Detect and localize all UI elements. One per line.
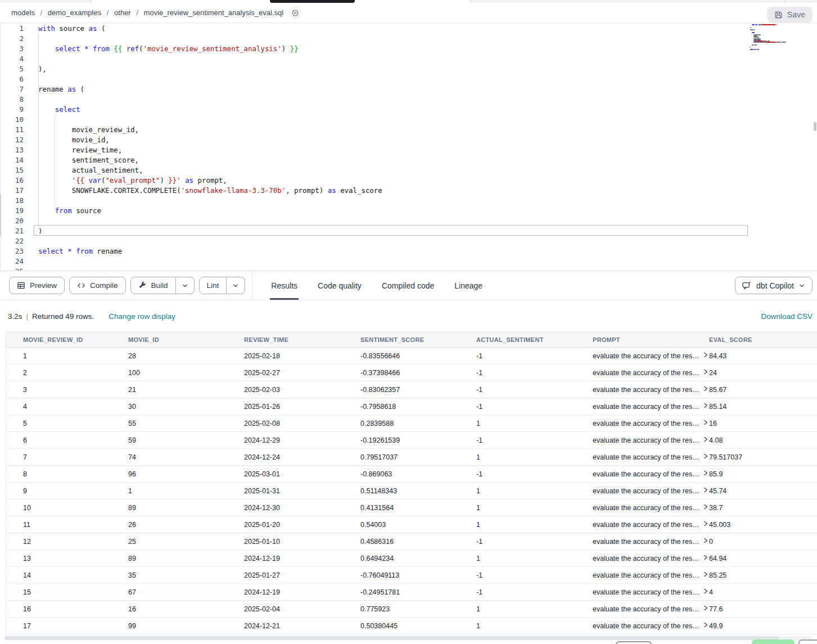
editor-vertical-scrollbar[interactable] (814, 122, 816, 131)
code-line: 21) (0, 226, 817, 236)
build-button[interactable]: Build (130, 277, 176, 294)
table-row: 11262025-01-200.540031evaluate the accur… (6, 516, 817, 533)
code-line: 9 select (0, 105, 817, 115)
table-row: 7742024-12-240.795170371evaluate the acc… (6, 449, 817, 466)
cell-movie-id: 55 (111, 415, 227, 431)
build-dropdown-button[interactable] (176, 277, 195, 294)
column-header-movie-id: MOVIE_ID (111, 332, 227, 347)
save-label: Save (787, 10, 805, 19)
breadcrumb-demo-examples[interactable]: demo_examples (48, 8, 101, 17)
partial-green-badge[interactable] (752, 640, 795, 644)
cell-prompt: evaluate the accuracy of the res… (576, 348, 692, 364)
cell-prompt: evaluate the accuracy of the res… (576, 466, 692, 482)
cell-sentiment-score: 0.4131564 (344, 499, 459, 516)
compile-button[interactable]: Compile (69, 277, 126, 294)
prompt-text: evaluate the accuracy of the res… (593, 470, 699, 478)
column-header-eval-score: EVAL_SCORE (692, 332, 817, 347)
cell-actual-sentiment: 1 (459, 618, 576, 634)
partial-button[interactable] (616, 641, 652, 644)
lint-dropdown-button[interactable] (227, 277, 245, 294)
cell-sentiment-score: 0.50380445 (344, 618, 459, 634)
cell-prompt: evaluate the accuracy of the res… (576, 618, 692, 634)
minimap-line (761, 24, 776, 25)
minimap-line (777, 24, 778, 25)
cell-movie-id: 25 (111, 533, 227, 550)
column-header-actual-sentiment: ACTUAL_SENTIMENT (459, 332, 576, 347)
cell-prompt: evaluate the accuracy of the res… (576, 364, 692, 381)
line-number: 3 (0, 44, 24, 54)
cell-eval-score: 0 (692, 533, 817, 550)
code-line: 1with source as ( (0, 24, 817, 34)
tab-results[interactable]: Results (270, 271, 299, 300)
chevron-down-icon (232, 283, 239, 289)
code-line: 8 (0, 94, 817, 105)
breadcrumb-models[interactable]: models (11, 8, 35, 17)
cell-review-time: 2025-03-01 (227, 466, 344, 482)
cell-movie-review-id: 2 (6, 364, 111, 381)
cell-movie-id: 99 (111, 618, 227, 634)
code-line: 6 (0, 74, 817, 84)
partial-button[interactable] (798, 640, 817, 644)
line-number: 14 (0, 155, 24, 165)
cell-movie-review-id: 13 (6, 550, 111, 566)
change-row-display-link[interactable]: Change row display (109, 312, 175, 321)
lint-button[interactable]: Lint (199, 277, 227, 294)
code-line: 11 movie_review_id, (0, 125, 817, 135)
cell-actual-sentiment: 1 (459, 516, 576, 533)
download-csv-link[interactable]: Download CSV (761, 312, 813, 321)
preview-button[interactable]: Preview (9, 277, 65, 294)
cell-movie-review-id: 5 (6, 415, 111, 431)
tab-lineage[interactable]: Lineage (453, 271, 484, 300)
dbt-copilot-button[interactable]: dbt Copilot (735, 277, 813, 294)
chevron-down-icon (182, 283, 188, 289)
cell-prompt: evaluate the accuracy of the res… (576, 533, 692, 550)
cell-sentiment-score: -0.19261539 (344, 432, 459, 448)
horizontal-scrollbar-thumb[interactable] (4, 636, 779, 640)
code-line: 12 movie_id, (0, 135, 817, 145)
cell-prompt: evaluate the accuracy of the res… (576, 601, 692, 617)
cell-review-time: 2025-01-31 (227, 483, 344, 499)
breadcrumb-separator: / (40, 8, 43, 17)
cell-movie-id: 28 (111, 348, 227, 364)
cell-movie-review-id: 3 (6, 381, 111, 398)
save-button[interactable]: Save (767, 7, 813, 22)
cell-sentiment-score: -0.869063 (344, 466, 459, 482)
minimap-line (775, 24, 776, 25)
prompt-text: evaluate the accuracy of the res… (593, 622, 699, 630)
cell-eval-score: 16 (692, 415, 817, 431)
cell-eval-score: 85.9 (692, 466, 817, 482)
row-count-summary: Returned 49 rows. (32, 312, 94, 321)
table-row: 12252025-01-100.4586316-1evaluate the ac… (6, 533, 817, 550)
file-header-bar: models / demo_examples / other / movie_r… (0, 3, 817, 23)
prompt-text: evaluate the accuracy of the res… (593, 386, 699, 394)
line-number: 9 (0, 105, 24, 115)
minimap-line (765, 42, 777, 43)
minimap-line (750, 27, 751, 28)
prompt-text: evaluate the accuracy of the res… (593, 521, 699, 529)
prompt-text: evaluate the accuracy of the res… (593, 487, 699, 495)
minimap-line (752, 32, 755, 33)
table-row: 21002025-02-27-0.37398466-1evaluate the … (6, 364, 817, 381)
code-line: 23select * from rename (0, 246, 817, 256)
minimap-line (752, 44, 753, 46)
table-row: 10892024-12-300.41315641evaluate the acc… (6, 499, 817, 516)
line-number: 4 (0, 54, 24, 64)
file-status-icon[interactable] (289, 7, 301, 19)
minimap[interactable] (750, 23, 814, 56)
tab-code-quality[interactable]: Code quality (317, 271, 363, 300)
cell-review-time: 2025-01-27 (227, 567, 344, 583)
code-lines: 1with source as (23 select * from {{ ref… (0, 24, 817, 271)
build-label: Build (151, 281, 168, 290)
code-line: 20 (0, 216, 817, 226)
code-line: 10 (0, 115, 817, 125)
breadcrumb-other[interactable]: other (114, 8, 131, 17)
breadcrumb-filename[interactable]: movie_review_sentiment_analysis_eval.sql (144, 8, 284, 17)
line-number: 21 (0, 226, 24, 236)
line-number: 20 (0, 216, 24, 226)
code-editor[interactable]: 1with source as (23 select * from {{ ref… (0, 23, 817, 271)
code-line: 17 SNOWFLAKE.CORTEX.COMPLETE('snowflake-… (0, 186, 817, 196)
cell-movie-review-id: 15 (6, 584, 111, 600)
cell-prompt: evaluate the accuracy of the res… (576, 584, 692, 600)
tab-compiled-code[interactable]: Compiled code (381, 271, 435, 300)
cell-review-time: 2025-01-20 (227, 516, 344, 533)
